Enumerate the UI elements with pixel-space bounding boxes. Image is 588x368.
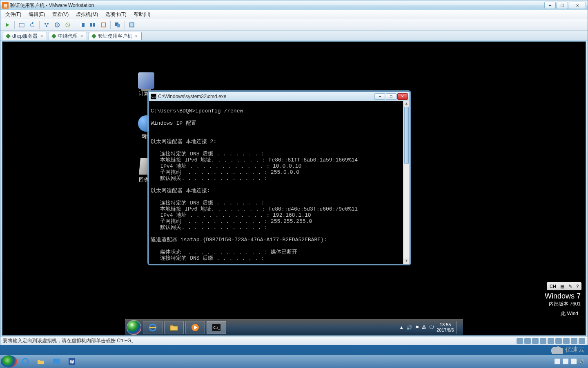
cmd-close-button[interactable]: ✕ — [397, 93, 408, 100]
menu-edit[interactable]: 编辑(E) — [25, 10, 48, 19]
guest-taskbar[interactable]: C:\_ ▲ 🔊 ⚑ 🖧 🛡 13:55 2017/8/6 — [125, 319, 463, 335]
scroll-up-icon[interactable]: ▲ — [403, 101, 410, 107]
show-desktop-button[interactable] — [457, 321, 459, 334]
taskbar-explorer[interactable] — [164, 321, 184, 334]
tab-close-icon[interactable]: × — [79, 34, 84, 39]
snapshot-revert-icon[interactable] — [28, 20, 37, 29]
vm-tab-label: 中继代理 — [58, 33, 78, 40]
device-display-icon[interactable] — [571, 338, 577, 344]
vm-tab-relay[interactable]: 中继代理 × — [49, 32, 87, 40]
clock-icon[interactable] — [63, 20, 72, 29]
unity-icon[interactable] — [99, 20, 108, 29]
menu-help[interactable]: 帮助(H) — [131, 10, 154, 19]
svg-rect-1 — [19, 23, 24, 27]
terminal-icon: C:\ — [151, 94, 156, 99]
device-sound-icon[interactable] — [555, 338, 562, 344]
tab-close-icon[interactable]: × — [39, 34, 44, 39]
outer-taskbar[interactable]: W 🔊 — [0, 355, 588, 368]
guest-clock[interactable]: 13:55 2017/8/6 — [437, 322, 454, 333]
close-button[interactable]: ✕ — [569, 2, 586, 9]
device-printer-icon[interactable] — [563, 338, 570, 344]
cmd-maximize-button[interactable]: □ — [386, 93, 396, 100]
vm-tab-label: 验证使用客户机 — [98, 33, 132, 40]
cmd-scrollbar[interactable]: ▲ ▼ — [403, 101, 410, 264]
scroll-thumb[interactable] — [404, 107, 409, 164]
ie-icon — [148, 323, 157, 332]
taskbar-wmp[interactable] — [185, 321, 205, 334]
outer-tray-3-icon[interactable] — [571, 359, 577, 364]
svg-point-22 — [22, 359, 28, 364]
cmd-body[interactable]: C:\Users\BDQN>ipconfig /renew Windows IP… — [149, 101, 410, 264]
vmware-app-icon: ▦ — [2, 2, 9, 9]
folder-icon — [37, 357, 45, 366]
outer-tray-2-icon[interactable] — [563, 359, 568, 364]
brand-hint: 此 Wind — [561, 310, 578, 317]
computer-icon — [138, 72, 154, 89]
cloud-icon — [551, 346, 563, 354]
menu-file[interactable]: 文件(F) — [2, 10, 24, 19]
menu-tabs[interactable]: 选项卡(T) — [102, 10, 129, 19]
snapshot-manager-icon[interactable] — [42, 20, 51, 29]
fullscreen-icon[interactable] — [127, 20, 136, 29]
device-cd-icon[interactable] — [524, 338, 531, 344]
ime-tool-icon[interactable]: ✎ — [567, 283, 573, 289]
taskbar-ie[interactable] — [143, 321, 163, 334]
cmd-minimize-button[interactable]: ━ — [374, 93, 385, 100]
maximize-button[interactable]: ❐ — [557, 2, 568, 9]
clock-time: 13:55 — [437, 322, 454, 328]
tray-volume-icon[interactable]: 🔊 — [406, 325, 412, 330]
device-nic-icon[interactable] — [540, 338, 546, 344]
svg-point-4 — [46, 25, 47, 27]
host-titlebar[interactable]: ▦ 验证使用客户机 - VMware Workstation ━ ❐ ✕ — [0, 0, 588, 10]
ime-indicator[interactable]: CH — [548, 283, 557, 289]
page-watermark: 亿速云 — [551, 346, 585, 354]
outer-tray-volume-icon[interactable]: 🔊 — [579, 359, 585, 364]
menu-vm[interactable]: 虚拟机(M) — [73, 10, 101, 19]
tab-close-icon[interactable]: × — [134, 34, 139, 39]
separator — [75, 21, 75, 29]
guest-os-brand: Windows 7 内部版本 7601 — [545, 292, 581, 307]
svg-point-2 — [45, 23, 46, 25]
tray-network-icon[interactable]: 🖧 — [422, 325, 427, 330]
show-console-icon[interactable] — [78, 20, 87, 29]
snapshot-take-icon[interactable] — [17, 20, 26, 29]
cmd-output-text: C:\Users\BDQN>ipconfig /renew Windows IP… — [151, 108, 358, 261]
settings-icon[interactable] — [53, 20, 62, 29]
minimize-button[interactable]: ━ — [544, 2, 556, 9]
host-toolbar — [0, 19, 588, 31]
outer-pin-word[interactable]: W — [65, 356, 79, 367]
cmd-titlebar[interactable]: C:\ C:\Windows\system32\cmd.exe ━ □ ✕ — [149, 92, 410, 101]
ime-options-icon[interactable]: ▤ — [559, 283, 566, 289]
language-bar[interactable]: CH ▤ ✎ ? — [547, 282, 581, 290]
device-hdd-icon[interactable] — [517, 338, 523, 344]
tray-show-hidden-icon[interactable]: ▲ — [399, 325, 404, 330]
tray-flag-icon[interactable]: ⚑ — [415, 325, 419, 330]
host-title: 验证使用客户机 - VMware Workstation — [10, 2, 544, 9]
scroll-down-icon[interactable]: ▼ — [403, 258, 410, 264]
svg-rect-23 — [53, 359, 60, 364]
svg-rect-12 — [101, 23, 105, 27]
vm-tab-dhcp[interactable]: dhcp服务器 × — [3, 32, 47, 40]
device-floppy-icon[interactable] — [532, 338, 539, 344]
outer-tray-1-icon[interactable] — [555, 359, 560, 364]
outer-pin-window1[interactable] — [49, 356, 64, 367]
device-more-icon[interactable] — [579, 338, 585, 344]
menu-view[interactable]: 查看(V) — [49, 10, 72, 19]
device-usb-icon[interactable] — [548, 338, 554, 344]
vm-tab-client[interactable]: 验证使用客户机 × — [89, 32, 142, 40]
tray-security-icon[interactable]: 🛡 — [429, 325, 434, 330]
outer-pin-ie[interactable] — [18, 356, 33, 367]
statusbar-text: 要将输入定向到该虚拟机，请在虚拟机内部单击或按 Ctrl+G。 — [3, 337, 136, 344]
guest-desktop[interactable]: 计算机 网络 回收站 C:\ C:\Windows\system32\cmd.e… — [2, 41, 586, 336]
thumbnail-bar-icon[interactable] — [88, 20, 97, 29]
outer-start-button[interactable] — [1, 355, 17, 368]
cmd-window[interactable]: C:\ C:\Windows\system32\cmd.exe ━ □ ✕ C:… — [149, 92, 410, 264]
start-button[interactable] — [127, 320, 141, 335]
separator — [125, 21, 125, 29]
power-on-icon[interactable] — [3, 20, 12, 29]
cycle-multiple-icon[interactable] — [113, 20, 122, 29]
outer-pin-explorer[interactable] — [33, 356, 48, 367]
ime-help-icon[interactable]: ? — [575, 283, 580, 289]
taskbar-cmd[interactable]: C:\_ — [207, 321, 226, 334]
media-player-icon — [191, 323, 200, 332]
